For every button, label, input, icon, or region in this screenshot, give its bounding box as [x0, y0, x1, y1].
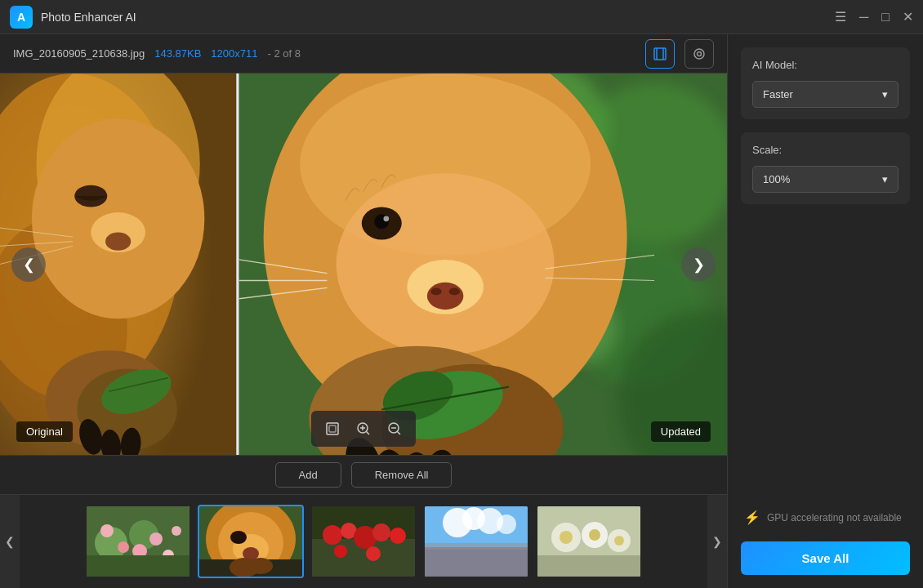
image-viewer: Original Updated ❮ ❯	[0, 74, 727, 455]
svg-rect-58	[327, 423, 338, 434]
svg-rect-109	[537, 555, 640, 577]
save-all-button[interactable]: Save All	[741, 541, 910, 575]
gpu-status-text: GPU accelerating not available	[767, 512, 902, 523]
svg-rect-76	[87, 555, 190, 577]
svg-rect-96	[425, 547, 528, 577]
fit-to-window-button[interactable]	[318, 414, 347, 443]
thumbnails-wrapper	[20, 498, 707, 585]
close-button[interactable]: ✕	[903, 11, 913, 24]
svg-point-106	[560, 531, 573, 544]
title-bar: A Photo Enhancer AI ☰ ─ □ ✕	[0, 0, 923, 34]
svg-point-94	[366, 546, 381, 561]
minimize-button[interactable]: ─	[859, 11, 868, 24]
svg-point-3	[694, 49, 704, 59]
main-image	[0, 74, 727, 455]
svg-point-92	[390, 528, 406, 544]
thumbnail-item-active[interactable]	[198, 505, 304, 578]
thumbnail-item[interactable]	[85, 505, 191, 578]
svg-point-91	[372, 523, 390, 541]
preview-button[interactable]	[684, 39, 714, 69]
svg-point-42	[383, 216, 389, 222]
svg-point-101	[497, 514, 516, 534]
scale-dropdown[interactable]: 100% ▾	[752, 166, 898, 193]
thumbnail-item[interactable]	[310, 505, 417, 578]
app-title: Photo Enhancer AI	[41, 11, 835, 24]
ai-model-dropdown[interactable]: Faster ▾	[752, 81, 898, 108]
thumbnail-item[interactable]	[536, 505, 642, 578]
zoom-toolbar	[311, 411, 416, 447]
svg-point-71	[118, 541, 129, 553]
svg-point-37	[427, 283, 464, 310]
gpu-icon: ⚡	[744, 510, 760, 525]
app-logo: A	[10, 6, 33, 29]
updated-label: Updated	[651, 421, 711, 442]
svg-point-39	[449, 287, 460, 295]
svg-line-66	[398, 432, 401, 435]
ai-model-section: AI Model: Faster ▾	[741, 47, 910, 119]
thumbnail-item[interactable]	[423, 505, 529, 578]
file-size: 143.87KB	[154, 47, 201, 60]
thumbnail-prev-button[interactable]: ❮	[0, 495, 20, 588]
ai-model-chevron-icon: ▾	[882, 88, 888, 100]
scale-value: 100%	[763, 173, 790, 185]
svg-rect-57	[236, 74, 239, 455]
svg-point-4	[698, 51, 702, 56]
zoom-in-button[interactable]	[349, 414, 378, 443]
svg-point-108	[614, 536, 624, 546]
center-area: IMG_20160905_210638.jpg 143.87KB 1200x71…	[0, 34, 727, 588]
svg-point-14	[105, 233, 131, 251]
scale-chevron-icon: ▾	[882, 173, 888, 185]
svg-rect-0	[654, 48, 666, 60]
crop-view-button[interactable]	[645, 39, 675, 69]
svg-point-73	[149, 532, 163, 546]
zoom-out-button[interactable]	[380, 414, 409, 443]
file-info-bar: IMG_20160905_210638.jpg 143.87KB 1200x71…	[0, 34, 727, 74]
svg-rect-59	[329, 425, 336, 432]
menu-icon[interactable]: ☰	[835, 11, 846, 24]
bottom-controls: Add Remove All	[0, 455, 727, 494]
svg-point-38	[430, 287, 441, 295]
svg-point-88	[323, 525, 342, 545]
previous-image-button[interactable]: ❮	[11, 247, 46, 282]
ai-model-label: AI Model:	[752, 59, 898, 71]
svg-point-82	[230, 531, 247, 544]
svg-point-85	[248, 558, 273, 574]
file-name: IMG_20160905_210638.jpg	[13, 47, 145, 60]
maximize-button[interactable]: □	[881, 11, 890, 24]
right-sidebar: AI Model: Faster ▾ Scale: 100% ▾ ⚡ GPU a…	[727, 34, 923, 588]
svg-rect-97	[425, 543, 528, 550]
svg-point-93	[334, 545, 347, 558]
thumbnail-strip: ❮	[0, 494, 727, 588]
scale-section: Scale: 100% ▾	[741, 132, 910, 204]
svg-point-75	[172, 526, 181, 536]
svg-point-70	[100, 524, 114, 537]
ai-model-value: Faster	[763, 88, 793, 100]
scale-label: Scale:	[752, 144, 898, 156]
thumbnail-next-button[interactable]: ❯	[707, 495, 727, 588]
gpu-status: ⚡ GPU accelerating not available	[741, 510, 910, 525]
next-image-button[interactable]: ❯	[681, 247, 716, 282]
file-dimensions: 1200x711	[211, 47, 257, 60]
window-controls: ☰ ─ □ ✕	[835, 11, 913, 24]
svg-line-63	[367, 432, 370, 435]
file-count: - 2 of 8	[267, 47, 300, 60]
remove-all-button[interactable]: Remove All	[351, 462, 453, 488]
original-label: Original	[16, 421, 73, 442]
main-layout: IMG_20160905_210638.jpg 143.87KB 1200x71…	[0, 34, 923, 588]
svg-point-107	[589, 529, 600, 541]
add-button[interactable]: Add	[275, 462, 341, 488]
